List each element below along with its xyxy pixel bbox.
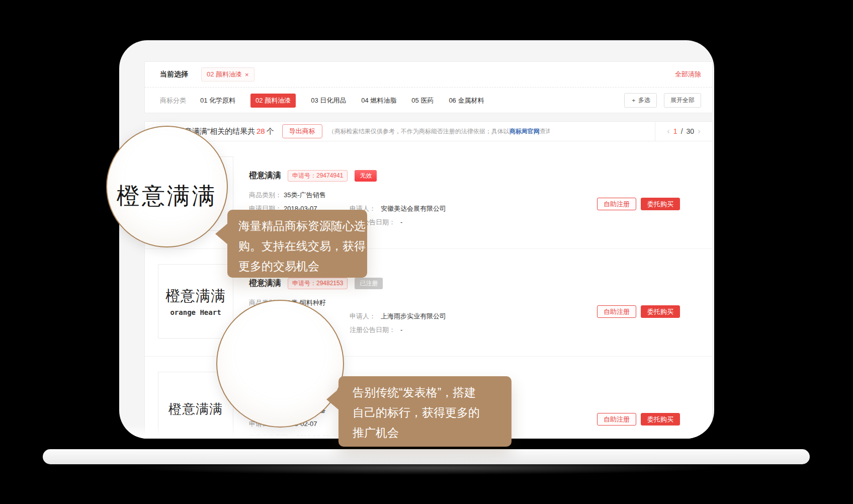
status-badge: 无效 [355, 170, 377, 182]
tooltip-arrow-left-icon [326, 388, 339, 410]
page: 当前选择 02 颜料油漆 × 全部清除 商标分类 01 化学原料 02 颜料油漆… [0, 0, 853, 504]
category-chip-01[interactable]: 01 化学原料 [200, 96, 235, 105]
disclaimer-text: （商标检索结果仅供参考，不作为商标能否注册的法律依据；具体以 [328, 128, 509, 135]
expand-all-button[interactable]: 展开全部 [664, 93, 701, 108]
field-value: 上海雨步实业有限公司 [381, 309, 446, 323]
category-row: 商标分类 01 化学原料 02 颜料油漆 03 日化用品 04 燃料油脂 05 … [145, 88, 712, 113]
self-register-button[interactable]: 自助注册 [597, 198, 636, 210]
field-label: 初审公告日期： [249, 431, 296, 439]
field-value: 安徽美达会展有限公司 [381, 202, 446, 215]
category-chip-03[interactable]: 03 日化用品 [311, 96, 346, 105]
results-summary-suffix: 个 [267, 127, 274, 135]
selected-filter-tag-label: 02 颜料油漆 [207, 70, 242, 79]
trademark-office-link[interactable]: 商标局官网 [509, 128, 540, 135]
multi-select-button[interactable]: ＋ 多选 [624, 93, 657, 108]
entrust-buy-button[interactable]: 委托购买 [641, 413, 680, 426]
filter-panel: 当前选择 02 颜料油漆 × 全部清除 商标分类 01 化学原料 02 颜料油漆… [144, 61, 713, 113]
results-header: 检索到“橙意满满”相关的结果共28个 导出商标 （商标检索结果仅供参考，不作为商… [145, 122, 712, 141]
laptop-base [43, 449, 810, 464]
category-chips: 01 化学原料 02 颜料油漆 03 日化用品 04 燃料油脂 05 医药 06… [200, 94, 484, 108]
page-next-icon[interactable]: › [698, 127, 700, 136]
field-value: - [400, 323, 402, 337]
magnifier-circle: 橙意满满 [106, 126, 228, 247]
entrust-buy-button[interactable]: 委托购买 [641, 305, 680, 318]
category-chip-06[interactable]: 06 金属材料 [449, 96, 484, 105]
tooltip-promotion: 告别传统“发表格”，搭建 自己的标行，获得更多的 推广机会 [338, 376, 511, 447]
application-number-tag: 申请号：29482153 [288, 278, 348, 289]
page-total: 30 [687, 127, 695, 135]
field-value: 35类-广告销售 [284, 188, 326, 202]
category-chip-04[interactable]: 04 燃料油脂 [361, 96, 396, 105]
trademark-image-text: 橙意满满 [165, 286, 226, 306]
magnified-trademark-text: 橙意满满 [117, 181, 217, 212]
results-disclaimer: （商标检索结果仅供参考，不作为商标能否注册的法律依据；具体以商标局官网查询为准。… [328, 127, 550, 136]
self-register-button[interactable]: 自助注册 [597, 305, 636, 318]
page-separator: / [681, 127, 683, 135]
trademark-image-text: 橙意满满 [168, 400, 223, 418]
trademark-name: 橙意满满 [249, 171, 281, 181]
trademark-image: 橙意满满 orange Heart [158, 264, 233, 339]
export-trademark-button[interactable]: 导出商标 [282, 124, 322, 138]
magnifier-circle [216, 300, 344, 428]
page-prev-icon[interactable]: ‹ [667, 127, 670, 136]
entrust-buy-button[interactable]: 委托购买 [641, 198, 680, 210]
category-label: 商标分类 [160, 96, 186, 105]
current-selection-label: 当前选择 [160, 70, 188, 79]
field-label: 申请人： [350, 309, 376, 323]
field-value: - [400, 215, 402, 229]
self-register-button[interactable]: 自助注册 [597, 413, 636, 426]
tag-close-icon[interactable]: × [245, 71, 249, 78]
trademark-name: 橙意满满 [249, 278, 281, 289]
application-number-tag: 申请号：29474941 [288, 170, 348, 182]
status-badge: 已注册 [355, 278, 383, 289]
tooltip-trademark-resources: 海量精品商标资源随心选 购。支持在线交易，获得 更多的交易机会 [227, 210, 367, 278]
selected-filter-tag[interactable]: 02 颜料油漆 × [201, 67, 254, 81]
field-label: 注册公告日期： [350, 323, 395, 337]
current-selection-row: 当前选择 02 颜料油漆 × 全部清除 [145, 62, 712, 87]
tooltip-arrow-left-icon [215, 223, 228, 245]
tooltip-text: 海量精品商标资源随心选 购。支持在线交易，获得 更多的交易机会 [238, 216, 367, 276]
page-current: 1 [673, 127, 677, 135]
trademark-image-subtext: orange Heart [170, 308, 221, 316]
tooltip-text: 告别传统“发表格”，搭建 自己的标行，获得更多的 推广机会 [353, 382, 511, 443]
category-chip-05[interactable]: 05 医药 [411, 96, 434, 105]
disclaimer-suffix: 查询为准。） [540, 128, 550, 135]
field-value: 2018-10-06 [296, 431, 330, 439]
field-label: 商品类别： [249, 188, 284, 202]
category-chip-02-selected[interactable]: 02 颜料油漆 [250, 94, 296, 108]
clear-all-link[interactable]: 全部清除 [675, 70, 701, 79]
pagination: ‹ 1 / 30 › [655, 122, 712, 141]
results-count: 28 [257, 127, 265, 135]
